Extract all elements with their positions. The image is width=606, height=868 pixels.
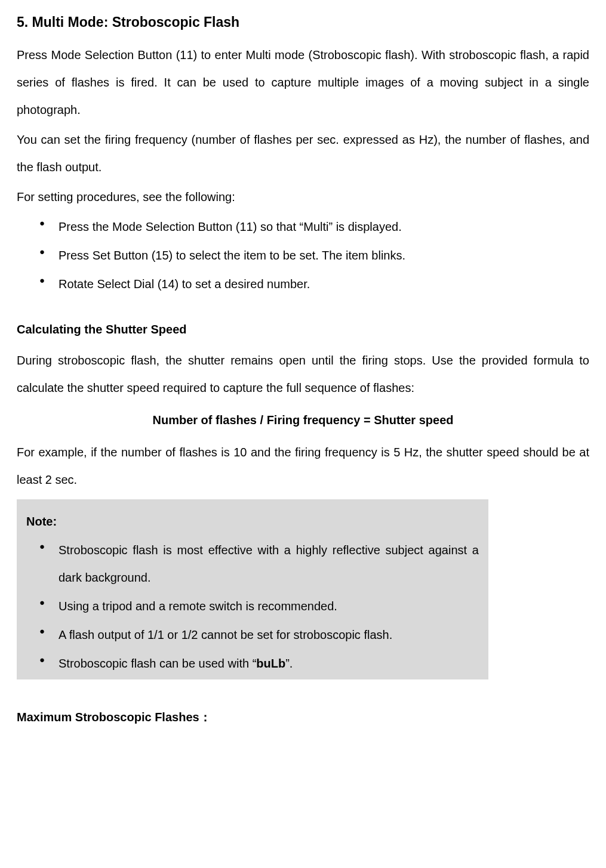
list-item: Stroboscopic flash is most effective wit…	[39, 536, 479, 591]
note-bold-bulb: buLb	[256, 657, 285, 670]
section-heading: 5. Multi Mode: Stroboscopic Flash	[17, 12, 589, 33]
intro-paragraph-3: For setting procedures, see the followin…	[17, 183, 589, 211]
sub-heading-max-flashes: Maximum Stroboscopic Flashes：	[17, 703, 589, 731]
list-item: Stroboscopic flash can be used with “buL…	[39, 650, 479, 677]
list-item: Press the Mode Selection Button (11) so …	[39, 213, 589, 240]
list-item: A flash output of 1/1 or 1/2 cannot be s…	[39, 621, 479, 648]
intro-paragraph-2: You can set the firing frequency (number…	[17, 126, 589, 181]
formula-text: Number of flashes / Firing frequency = S…	[17, 406, 589, 434]
sub-heading-shutter: Calculating the Shutter Speed	[17, 316, 589, 343]
shutter-paragraph-1: During stroboscopic flash, the shutter r…	[17, 347, 589, 401]
note-text-prefix: Stroboscopic flash can be used with “	[59, 657, 256, 670]
intro-paragraph-1: Press Mode Selection Button (11) to ente…	[17, 41, 589, 123]
shutter-paragraph-2: For example, if the number of flashes is…	[17, 438, 589, 493]
note-title: Note:	[26, 508, 479, 535]
note-box: Note: Stroboscopic flash is most effecti…	[17, 499, 488, 679]
procedure-bullet-list: Press the Mode Selection Button (11) so …	[17, 213, 589, 298]
list-item: Rotate Select Dial (14) to set a desired…	[39, 270, 589, 298]
list-item: Using a tripod and a remote switch is re…	[39, 592, 479, 620]
note-bullet-list: Stroboscopic flash is most effective wit…	[26, 536, 479, 677]
list-item: Press Set Button (15) to select the item…	[39, 242, 589, 269]
note-text-suffix: ”.	[285, 657, 293, 670]
